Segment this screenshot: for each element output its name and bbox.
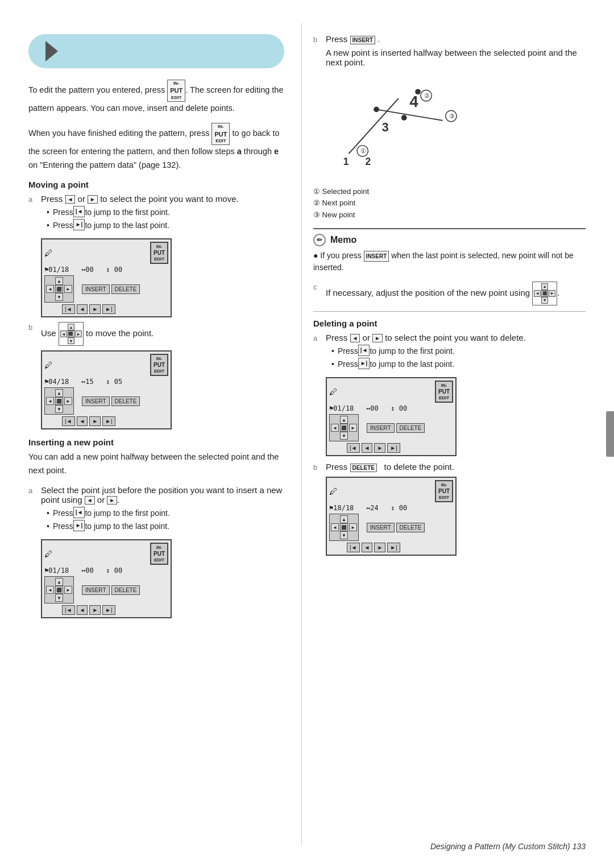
del2-down-btn[interactable]: ▼: [340, 531, 348, 539]
memo-icon: ✏: [313, 234, 326, 246]
header-banner: [28, 34, 284, 68]
del-insert-btn-s2[interactable]: INSERT: [367, 523, 395, 532]
del2-right-btn[interactable]: ►: [349, 523, 357, 531]
del-screen-row-1: ⚑01/18 ↔00 ↕ 00: [329, 404, 453, 412]
del-step-a-content: Press ◄ or ► to select the point you wan…: [326, 333, 586, 373]
bullet-a2-2: Press ►| to jump to the last point.: [47, 520, 284, 532]
up-arrow-btn-3[interactable]: ▲: [55, 578, 63, 586]
delete-btn-1[interactable]: DELETE: [111, 284, 140, 294]
del2-up-btn[interactable]: ▲: [340, 515, 348, 523]
down-arrow-btn[interactable]: ▼: [55, 293, 63, 301]
right-step-b-label: b: [313, 34, 326, 44]
del-screen-2-top: 🖊 IN-PUTEDIT: [329, 480, 453, 502]
delete-btn-2[interactable]: DELETE: [111, 396, 140, 406]
del-nav-prev[interactable]: ◄: [362, 443, 373, 453]
del-screen-controls-2: ▲ ◄ ⬛ ► ▼ INSERT DELETE: [329, 514, 453, 541]
del-last-btn: ►|: [358, 358, 370, 369]
del-step-b-text: Press DELETE to delete the point.: [326, 462, 586, 472]
nav-prev-1[interactable]: ◄: [77, 304, 88, 314]
screen-2: 🖊 IN-PUTEDIT ⚑04/18 ↔15 ↕ 05 ▲ ◄ ⬛ ► ▼: [41, 350, 172, 429]
legend-2: ② Next point: [313, 197, 586, 209]
del-insert-btn-s1[interactable]: INSERT: [367, 423, 395, 433]
divider: [313, 311, 586, 312]
memo-title: ✏ Memo: [313, 234, 586, 246]
left-arrow-btn-3[interactable]: ◄: [46, 586, 54, 594]
del-nav-next[interactable]: ►: [374, 443, 385, 453]
last-btn-ref2: ►|: [73, 520, 85, 531]
del2-nav-prev[interactable]: ◄: [362, 543, 373, 552]
del2-center-btn[interactable]: ⬛: [340, 523, 348, 531]
del-nav-first[interactable]: |◄: [347, 443, 360, 453]
nav-next-2[interactable]: ►: [89, 416, 101, 426]
legend-1: ① Selected point: [313, 186, 586, 198]
screen-row-3: ⚑01/18 ↔00 ↕ 00: [44, 567, 168, 574]
down-arrow-btn-3[interactable]: ▼: [55, 594, 63, 602]
intro-paragraph-1: To edit the pattern you entered, press I…: [28, 80, 284, 115]
diagram-svg: 4 3 1 2 ② ③ ①: [330, 76, 467, 179]
insert-btn-1[interactable]: INSERT: [82, 284, 110, 294]
nav-last-3[interactable]: ►|: [102, 605, 115, 615]
bullet-2: Press ►| to jump to the last point.: [47, 219, 284, 232]
step-a2-text: Select the point just before the positio…: [41, 485, 284, 505]
nav-first-3[interactable]: |◄: [62, 605, 75, 615]
nav-last-1[interactable]: ►|: [102, 304, 115, 314]
legend-3: ③ New point: [313, 209, 586, 221]
del2-nav-first[interactable]: |◄: [347, 543, 360, 552]
up-arrow-btn-2[interactable]: ▲: [55, 389, 63, 397]
memo-box: ✏ Memo ● If you press INSERT when the la…: [313, 228, 586, 274]
nav-next-1[interactable]: ►: [89, 304, 101, 314]
nav-first-1[interactable]: |◄: [62, 304, 75, 314]
del-bullet-1: Press |◄ to jump to the first point.: [331, 345, 586, 357]
del-delete-btn-s2[interactable]: DELETE: [396, 523, 425, 532]
right-arrow-btn-s1[interactable]: ►: [64, 285, 72, 293]
down-arrow-btn-2[interactable]: ▼: [55, 405, 63, 413]
insert-btn-3[interactable]: INSERT: [82, 585, 110, 595]
screen-icon-2: 🖊: [44, 360, 53, 370]
nav-prev-3[interactable]: ◄: [77, 605, 88, 615]
svg-line-1: [376, 109, 443, 120]
step-c-row: c If necessary, adjust the position of t…: [313, 282, 586, 305]
del-step-a-row: a Press ◄ or ► to select the point you w…: [313, 333, 586, 373]
del-up-btn[interactable]: ▲: [340, 416, 348, 424]
left-arrow-btn-2[interactable]: ◄: [46, 397, 54, 405]
delete-btn-3[interactable]: DELETE: [111, 585, 140, 595]
center-btn-3[interactable]: ⬛: [55, 586, 63, 594]
nav-last-2[interactable]: ►|: [102, 416, 115, 426]
insert-key-ref: INSERT: [350, 36, 376, 44]
del-delete-btn-s1[interactable]: DELETE: [396, 423, 425, 433]
del-down-btn[interactable]: ▼: [340, 432, 348, 440]
screen-nav-1: |◄ ◄ ► ►|: [44, 304, 168, 314]
del2-nav-last[interactable]: ►|: [387, 543, 400, 552]
inserting-heading: Inserting a new point: [28, 437, 284, 447]
center-btn[interactable]: ⬛: [55, 285, 63, 293]
first-btn-ref2: |◄: [73, 507, 85, 518]
nav-prev-2[interactable]: ◄: [77, 416, 88, 426]
del-right-btn[interactable]: ►: [349, 424, 357, 432]
step-a2-row: a Select the point just before the posit…: [28, 485, 284, 535]
del2-left-btn[interactable]: ◄: [331, 523, 339, 531]
del-step-b-content: Press DELETE to delete the point.: [326, 462, 586, 472]
nav-first-2[interactable]: |◄: [62, 416, 75, 426]
left-arrow-btn[interactable]: ◄: [46, 285, 54, 293]
del-screen-nav-2: |◄ ◄ ► ►|: [329, 543, 453, 552]
del-nav-last[interactable]: ►|: [387, 443, 400, 453]
svg-point-4: [401, 115, 407, 121]
del-next-btn: ►: [372, 334, 383, 342]
del-left-btn[interactable]: ◄: [331, 424, 339, 432]
center-btn-2[interactable]: ⬛: [55, 397, 63, 405]
inPutEdit-btn-ref: IN-PUTEDIT: [167, 80, 185, 102]
diagram-legend: ① Selected point ② Next point ③ New poin…: [313, 186, 586, 221]
right-arrow-btn-2[interactable]: ►: [64, 397, 72, 405]
del2-nav-next[interactable]: ►: [374, 543, 385, 552]
prev-btn-ref2: ◄: [85, 496, 95, 505]
right-arrow-btn-3[interactable]: ►: [64, 586, 72, 594]
del-center-btn[interactable]: ⬛: [340, 424, 348, 432]
nav-next-3[interactable]: ►: [89, 605, 101, 615]
up-arrow-btn[interactable]: ▲: [55, 277, 63, 285]
inserting-desc: You can add a new point halfway between …: [28, 450, 284, 477]
step-b-text: Use ▲ ◄ ⬛ ► ▼ to move the point.: [41, 322, 284, 346]
bullet-1: Press |◄ to jump to the first point.: [47, 206, 284, 218]
svg-text:①: ①: [360, 147, 366, 154]
del-screen-controls-1: ▲ ◄ ⬛ ► ▼ INSERT DELETE: [329, 414, 453, 441]
insert-btn-2[interactable]: INSERT: [82, 396, 110, 406]
